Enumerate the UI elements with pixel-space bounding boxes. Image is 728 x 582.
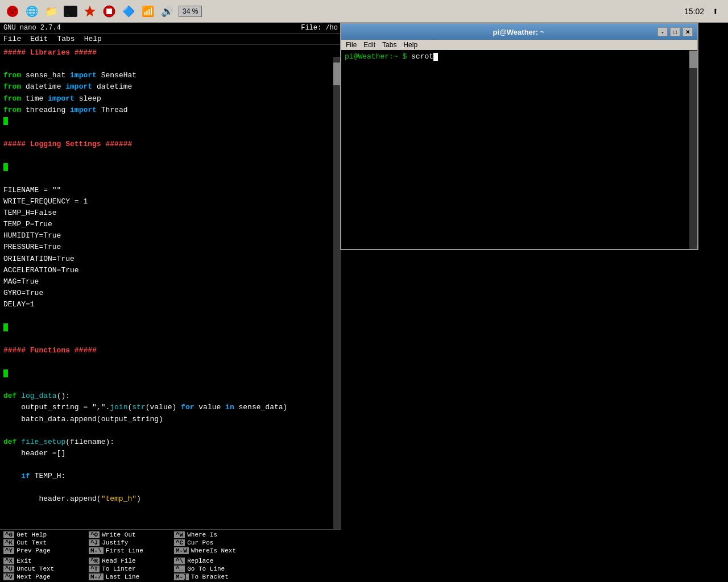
nano-menu-edit[interactable]: Edit (30, 35, 48, 43)
shortcut-label: Prev Page (16, 547, 50, 554)
shortcut-label: Last Line (106, 573, 139, 580)
wifi-icon[interactable]: 📶 (140, 3, 156, 19)
shortcut-label: Where Is (187, 531, 217, 538)
terminal-line: pi@Weather:~ $ scrot (345, 52, 694, 61)
terminal-menu-edit[interactable]: Edit (363, 41, 375, 49)
star-icon[interactable] (82, 3, 98, 19)
code-line: def file_setup(filename): (3, 436, 338, 448)
raspberry-icon[interactable] (5, 3, 20, 19)
code-line (3, 59, 338, 70)
terminal-scrollthumb[interactable] (689, 51, 697, 68)
code-line: WRITE_FREQUENCY = 1 (3, 196, 338, 207)
shortcut-key: ^\ (174, 558, 185, 564)
nano-code-area: ##### Libraries ##### from sense_hat imp… (0, 45, 341, 508)
stop-icon[interactable] (101, 3, 117, 19)
shortcut-label: Write Out (102, 531, 135, 538)
code-line (3, 425, 338, 436)
taskbar: 🌐 📁 _ 🔷 📶 🔊 34 % 15:02 ⬆ (0, 0, 728, 23)
nano-menubar: File Edit Tabs Help (0, 34, 341, 45)
shortcut-key: ^C (174, 539, 185, 546)
nano-editor: GNU nano 2.7.4 File: /ho File Edit Tabs … (0, 23, 341, 582)
terminal-body[interactable]: pi@Weather:~ $ scrot (341, 50, 697, 249)
code-line: TEMP_P=True (3, 219, 338, 230)
code-line (3, 150, 338, 161)
code-line: ACCELERATION=True (3, 265, 338, 276)
code-line: ##### Logging Settings ###### (3, 139, 338, 150)
terminal-minimize-button[interactable]: - (657, 27, 668, 36)
shortcut-label: Cut Text (16, 539, 47, 546)
code-line (3, 482, 338, 493)
shortcut-label: Cur Pos (187, 539, 213, 546)
shortcut-key: ^U (3, 566, 14, 572)
shortcut-label: Read File (102, 558, 135, 564)
terminal-command: scrot (411, 52, 433, 61)
terminal-maximize-button[interactable]: □ (670, 27, 680, 36)
svg-text:_: _ (65, 9, 69, 15)
nano-topbar: GNU nano 2.7.4 File: /ho (0, 23, 341, 34)
code-line (3, 368, 338, 379)
shortcut-key: ^X (3, 558, 14, 564)
code-line: GYRO=True (3, 288, 338, 299)
svg-point-3 (11, 11, 14, 14)
code-line: ##### Functions ##### (3, 345, 338, 356)
shortcut-label: First Line (106, 547, 143, 554)
nano-shortcuts: ^GGet Help ^OWrite Out ^WWhere Is ^KCut … (0, 529, 341, 582)
nano-menu-help[interactable]: Help (84, 35, 102, 43)
clock: 15:02 (684, 7, 704, 16)
code-line: ##### Libraries ##### (3, 47, 338, 59)
terminal-titlebar: pi@Weather: ~ - □ ✕ (341, 24, 697, 40)
nano-menu-file[interactable]: File (3, 35, 21, 43)
shortcut-key: M-\ (89, 547, 104, 554)
code-line (3, 334, 338, 345)
terminal-menu-tabs[interactable]: Tabs (382, 41, 396, 49)
terminal-title: pi@Weather: ~ (380, 28, 657, 36)
code-line (3, 161, 338, 173)
terminal-prompt: pi@Weather:~ $ (345, 52, 407, 61)
shortcut-key: ^K (3, 539, 14, 546)
code-line (3, 310, 338, 322)
shortcut-key: ^O (89, 531, 100, 538)
svg-point-2 (14, 9, 16, 11)
code-line (3, 173, 338, 185)
code-line: header.append("temp_h") (3, 493, 338, 505)
shortcut-key: ^G (3, 531, 14, 538)
shortcut-key: ^J (89, 539, 100, 546)
eject-icon[interactable]: ⬆ (708, 3, 723, 19)
terminal-scrollbar[interactable] (689, 50, 697, 249)
shortcut-label: Replace (187, 558, 213, 564)
terminal-close-button[interactable]: ✕ (682, 27, 693, 36)
shortcut-label: Go To Line (187, 566, 225, 572)
shortcut-label: Justify (102, 539, 128, 546)
terminal-window-buttons: - □ ✕ (657, 27, 693, 36)
code-line: from sense_hat import SenseHat (3, 70, 338, 81)
bluetooth-icon[interactable]: 🔷 (121, 3, 136, 19)
code-line: if TEMP_H: (3, 471, 338, 482)
terminal-window: pi@Weather: ~ - □ ✕ File Edit Tabs Help … (340, 23, 698, 250)
shortcut-key: M-/ (89, 573, 104, 580)
code-line (3, 379, 338, 390)
shortcut-label: Get Help (16, 531, 47, 538)
battery-percent[interactable]: 34 % (179, 6, 202, 17)
code-line: from time import sleep (3, 93, 338, 105)
terminal-menu-help[interactable]: Help (403, 41, 417, 49)
nano-menu-tabs[interactable]: Tabs (57, 35, 75, 43)
terminal-icon[interactable]: _ (63, 3, 78, 19)
shortcut-key: ^T (89, 566, 100, 572)
shortcut-label: Exit (16, 558, 31, 564)
svg-point-1 (9, 9, 11, 11)
terminal-menu-file[interactable]: File (346, 41, 357, 49)
globe-icon[interactable]: 🌐 (24, 3, 40, 19)
code-line (3, 322, 338, 333)
volume-icon[interactable]: 🔊 (159, 3, 175, 19)
code-line: MAG=True (3, 276, 338, 288)
nano-version: GNU nano 2.7.4 (3, 24, 61, 32)
folder-icon[interactable]: 📁 (43, 3, 59, 19)
code-line (3, 116, 338, 127)
terminal-cursor (433, 53, 438, 61)
code-line: TEMP_H=False (3, 207, 338, 219)
nano-file: File: /ho (301, 24, 338, 32)
shortcut-label: To Linter (102, 566, 135, 572)
code-line: def log_data(): (3, 390, 338, 402)
code-line: from datetime import datetime (3, 81, 338, 93)
code-line: output_string = ",".join(str(value) for … (3, 402, 338, 413)
